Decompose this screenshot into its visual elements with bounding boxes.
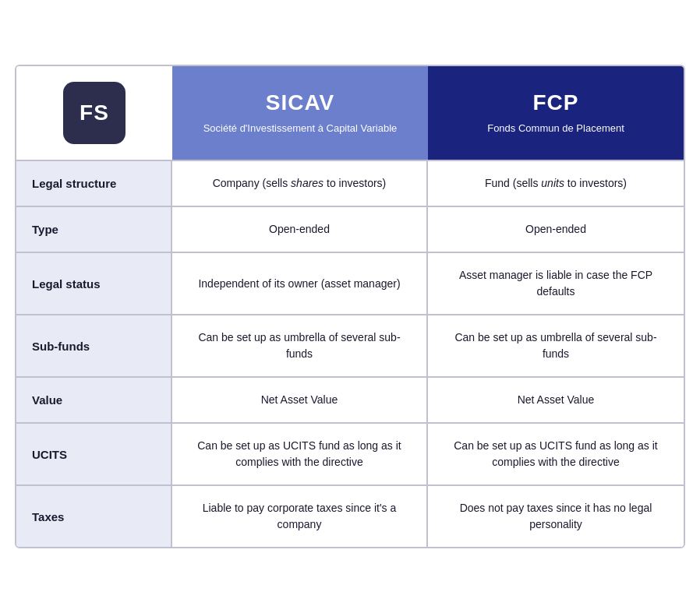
row-taxes: Taxes Liable to pay corporate taxes sinc… — [16, 484, 684, 547]
sicav-taxes: Liable to pay corporate taxes since it's… — [172, 486, 428, 547]
sicav-sub-funds: Can be set up as umbrella of several sub… — [172, 315, 428, 376]
label-legal-status: Legal status — [16, 253, 172, 314]
fcp-legal-structure: Fund (sells units to investors) — [428, 161, 684, 206]
fcp-value: Net Asset Value — [428, 378, 684, 422]
label-taxes: Taxes — [16, 486, 172, 547]
fcp-legal-structure-text: Fund (sells units to investors) — [485, 175, 627, 192]
row-sub-funds: Sub-funds Can be set up as umbrella of s… — [16, 314, 684, 376]
logo-cell: FS — [16, 66, 172, 160]
logo-text: FS — [80, 100, 109, 125]
row-legal-status: Legal status Independent of its owner (a… — [16, 252, 684, 314]
label-sub-funds: Sub-funds — [16, 315, 172, 376]
fcp-subtitle: Fonds Commun de Placement — [487, 122, 624, 136]
sicav-legal-status: Independent of its owner (asset manager) — [172, 253, 428, 314]
label-legal-structure: Legal structure — [16, 161, 172, 206]
sicav-subtitle: Société d'Investissement à Capital Varia… — [203, 122, 398, 136]
fcp-ucits: Can be set up as UCITS fund as long as i… — [428, 424, 684, 484]
sicav-ucits: Can be set up as UCITS fund as long as i… — [172, 424, 428, 484]
row-type: Type Open-ended Open-ended — [16, 206, 684, 252]
fcp-title: FCP — [533, 90, 579, 115]
fcp-sub-funds: Can be set up as umbrella of several sub… — [428, 315, 684, 376]
sicav-header: SICAV Société d'Investissement à Capital… — [172, 66, 428, 160]
label-value: Value — [16, 378, 172, 422]
row-value: Value Net Asset Value Net Asset Value — [16, 376, 684, 422]
sicav-type: Open-ended — [172, 207, 428, 252]
fcp-taxes: Does not pay taxes since it has no legal… — [428, 486, 684, 547]
sicav-legal-structure-text: Company (sells shares to investors) — [213, 175, 387, 192]
sicav-title: SICAV — [266, 90, 335, 115]
row-ucits: UCITS Can be set up as UCITS fund as lon… — [16, 422, 684, 484]
label-ucits: UCITS — [16, 424, 172, 484]
fs-logo: FS — [63, 82, 126, 144]
header-row: FS SICAV Société d'Investissement à Capi… — [16, 66, 684, 160]
fcp-legal-status: Asset manager is liable in case the FCP … — [428, 253, 684, 314]
fcp-header: FCP Fonds Commun de Placement — [428, 66, 684, 160]
row-legal-structure: Legal structure Company (sells shares to… — [16, 160, 684, 206]
sicav-value: Net Asset Value — [172, 378, 428, 422]
comparison-table: FS SICAV Société d'Investissement à Capi… — [15, 65, 685, 548]
fcp-type: Open-ended — [428, 207, 684, 252]
label-type: Type — [16, 207, 172, 252]
sicav-legal-structure: Company (sells shares to investors) — [172, 161, 428, 206]
